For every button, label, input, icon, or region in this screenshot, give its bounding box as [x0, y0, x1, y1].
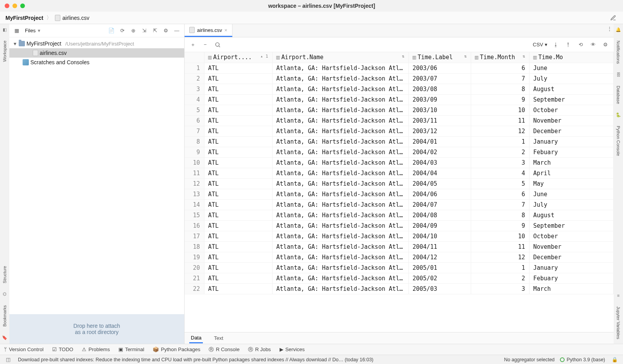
cell-time-label[interactable]: 2004/02 — [408, 147, 471, 157]
cell-airport-code[interactable]: ATL — [204, 168, 272, 178]
bottom-tab-text[interactable]: Text — [212, 334, 225, 343]
cell-time-label[interactable]: 2004/09 — [408, 220, 471, 231]
row-number-cell[interactable]: 1 — [185, 63, 204, 73]
column-header-time-label[interactable]: ▥Time.Label ⇅ — [408, 52, 471, 63]
dropzone[interactable]: Drop here to attach as a root directory — [9, 314, 184, 344]
cell-time-month-name[interactable]: January — [529, 136, 614, 147]
table-row[interactable]: 11ATLAtlanta, GA: Hartsfield-Jackson Atl… — [185, 168, 614, 178]
tree-file-airlines[interactable]: airlines.csv — [9, 48, 184, 58]
search-icon[interactable] — [213, 40, 222, 49]
table-row[interactable]: 22ATLAtlanta, GA: Hartsfield-Jackson Atl… — [185, 283, 614, 294]
tool-window-todo[interactable]: ☑TODO — [52, 346, 73, 352]
cell-time-month-name[interactable]: June — [529, 189, 614, 199]
python-icon[interactable]: 🐍 — [615, 112, 621, 118]
statusbar-lock-icon[interactable]: 🔒 — [611, 355, 619, 364]
new-file-icon[interactable]: 📄 — [107, 26, 116, 35]
row-number-cell[interactable]: 12 — [185, 178, 204, 189]
right-tab-database[interactable]: Database — [616, 84, 621, 106]
cell-airport-name[interactable]: Atlanta, GA: Hartsfield-Jackson Atl… — [272, 199, 408, 210]
tab-airlines[interactable]: airlines.csv × — [185, 24, 232, 37]
cell-time-month[interactable]: 4 — [471, 168, 529, 178]
cell-time-month[interactable]: 2 — [471, 147, 529, 157]
row-number-cell[interactable]: 20 — [185, 262, 204, 273]
cell-airport-name[interactable]: Atlanta, GA: Hartsfield-Jackson Atl… — [272, 231, 408, 241]
view-icon[interactable]: 👁 — [589, 40, 597, 49]
upload-icon[interactable]: ⭱ — [564, 40, 572, 49]
column-header-airport-code[interactable]: ▥Airport.... ▴ 1 — [204, 52, 272, 63]
structure-icon[interactable]: ⌬ — [2, 291, 8, 297]
row-number-cell[interactable]: 22 — [185, 283, 204, 294]
cell-airport-code[interactable]: ATL — [204, 157, 272, 168]
cell-airport-code[interactable]: ATL — [204, 210, 272, 220]
cell-time-month-name[interactable]: Febuary — [529, 147, 614, 157]
cell-airport-name[interactable]: Atlanta, GA: Hartsfield-Jackson Atl… — [272, 273, 408, 283]
tree-scratches[interactable]: Scratches and Consoles — [9, 58, 184, 67]
cell-time-month[interactable]: 8 — [471, 84, 529, 94]
breadcrumb-file[interactable]: airlines.csv — [55, 15, 89, 21]
cell-time-month-name[interactable]: May — [529, 178, 614, 189]
cell-airport-name[interactable]: Atlanta, GA: Hartsfield-Jackson Atl… — [272, 157, 408, 168]
cell-time-label[interactable]: 2005/01 — [408, 262, 471, 273]
bell-icon[interactable]: 🔔 — [615, 26, 621, 33]
table-row[interactable]: 1ATLAtlanta, GA: Hartsfield-Jackson Atl…… — [185, 63, 614, 73]
column-header-time-month[interactable]: ▥Time.Month ⇅ — [471, 52, 529, 63]
cell-time-month-name[interactable]: January — [529, 262, 614, 273]
cell-time-month-name[interactable]: April — [529, 168, 614, 178]
cell-time-label[interactable]: 2004/03 — [408, 157, 471, 168]
cell-airport-code[interactable]: ATL — [204, 252, 272, 262]
cell-time-label[interactable]: 2004/11 — [408, 241, 471, 252]
table-row[interactable]: 19ATLAtlanta, GA: Hartsfield-Jackson Atl… — [185, 252, 614, 262]
cell-time-month[interactable]: 12 — [471, 252, 529, 262]
cell-airport-name[interactable]: Atlanta, GA: Hartsfield-Jackson Atl… — [272, 220, 408, 231]
cell-time-month[interactable]: 9 — [471, 220, 529, 231]
cell-time-label[interactable]: 2004/01 — [408, 136, 471, 147]
target-icon[interactable]: ⊕ — [129, 26, 137, 35]
table-row[interactable]: 3ATLAtlanta, GA: Hartsfield-Jackson Atl…… — [185, 84, 614, 94]
row-number-cell[interactable]: 2 — [185, 73, 204, 84]
statusbar-aggregator[interactable]: No aggregator selected — [504, 357, 554, 362]
breadcrumb-project[interactable]: MyFirstProject — [5, 15, 43, 21]
cell-time-label[interactable]: 2003/10 — [408, 105, 471, 115]
cell-time-month-name[interactable]: March — [529, 283, 614, 294]
cell-airport-name[interactable]: Atlanta, GA: Hartsfield-Jackson Atl… — [272, 210, 408, 220]
cell-airport-name[interactable]: Atlanta, GA: Hartsfield-Jackson Atl… — [272, 63, 408, 73]
row-number-cell[interactable]: 6 — [185, 115, 204, 126]
cell-time-month-name[interactable]: September — [529, 220, 614, 231]
table-row[interactable]: 15ATLAtlanta, GA: Hartsfield-Jackson Atl… — [185, 210, 614, 220]
cell-airport-code[interactable]: ATL — [204, 94, 272, 105]
cell-time-month-name[interactable]: August — [529, 210, 614, 220]
tree-root[interactable]: ▾ MyFirstProject /Users/jetbrains/MyFirs… — [9, 39, 184, 48]
cell-time-month-name[interactable]: November — [529, 241, 614, 252]
cell-airport-name[interactable]: Atlanta, GA: Hartsfield-Jackson Atl… — [272, 105, 408, 115]
cell-time-label[interactable]: 2004/06 — [408, 189, 471, 199]
cell-time-month[interactable]: 11 — [471, 115, 529, 126]
cell-time-label[interactable]: 2003/07 — [408, 73, 471, 84]
cell-airport-code[interactable]: ATL — [204, 199, 272, 210]
cell-time-label[interactable]: 2004/04 — [408, 168, 471, 178]
cell-airport-code[interactable]: ATL — [204, 84, 272, 94]
table-row[interactable]: 14ATLAtlanta, GA: Hartsfield-Jackson Atl… — [185, 199, 614, 210]
cell-time-month[interactable]: 1 — [471, 136, 529, 147]
cell-airport-code[interactable]: ATL — [204, 178, 272, 189]
data-grid[interactable]: ▥Airport.... ▴ 1 ▥Airport.Name ⇅ ▥Time.L… — [185, 52, 614, 332]
cell-time-month[interactable]: 1 — [471, 262, 529, 273]
cell-airport-code[interactable]: ATL — [204, 63, 272, 73]
cell-time-month-name[interactable]: July — [529, 73, 614, 84]
cell-time-month[interactable]: 11 — [471, 241, 529, 252]
cell-airport-name[interactable]: Atlanta, GA: Hartsfield-Jackson Atl… — [272, 115, 408, 126]
row-number-cell[interactable]: 19 — [185, 252, 204, 262]
cell-time-month-name[interactable]: Febuary — [529, 273, 614, 283]
maximize-window-button[interactable] — [20, 4, 25, 8]
remove-row-icon[interactable]: − — [201, 40, 209, 49]
tool-window-vcs[interactable]: ᛘVersion Control — [4, 346, 44, 352]
bottom-tab-data[interactable]: Data — [189, 333, 203, 343]
tool-window-r-console[interactable]: ⓇR Console — [209, 346, 239, 353]
cell-time-month-name[interactable]: October — [529, 231, 614, 241]
chevron-down-icon[interactable]: ▾ — [38, 28, 40, 33]
row-number-cell[interactable]: 5 — [185, 105, 204, 115]
cell-time-month-name[interactable]: March — [529, 157, 614, 168]
row-number-cell[interactable]: 21 — [185, 273, 204, 283]
cell-time-month[interactable]: 2 — [471, 273, 529, 283]
cell-time-month[interactable]: 5 — [471, 178, 529, 189]
table-row[interactable]: 10ATLAtlanta, GA: Hartsfield-Jackson Atl… — [185, 157, 614, 168]
